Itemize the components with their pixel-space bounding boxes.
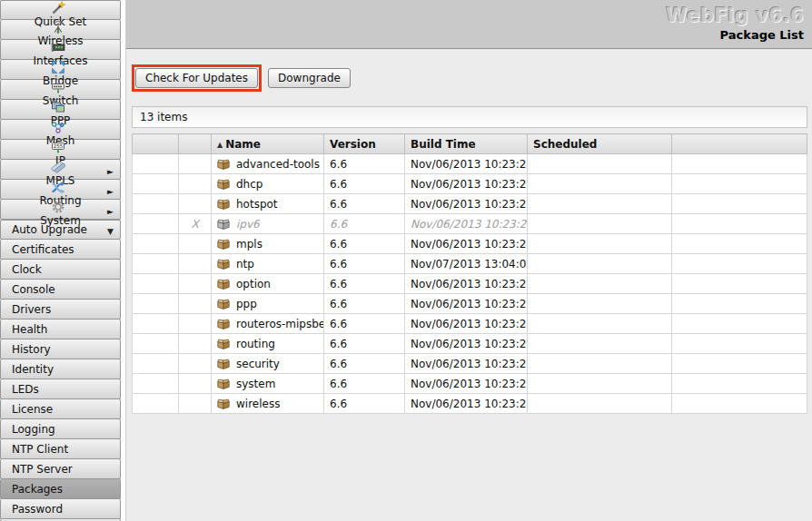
sidebar-item-ntp-server[interactable]: NTP Server — [0, 459, 121, 479]
disabled-flag-cell — [179, 394, 212, 414]
spacer-cell — [672, 314, 807, 334]
sidebar-item-certificates[interactable]: Certificates — [0, 240, 121, 260]
sidebar-item-label: Auto Upgrade — [12, 223, 87, 236]
column-header-name[interactable]: ▲Name — [212, 134, 324, 154]
package-row-security[interactable]: security6.6Nov/06/2013 10:23:28 — [133, 354, 807, 374]
sidebar-item-wireless[interactable]: Wireless — [0, 20, 121, 40]
page-title: Package List — [126, 28, 804, 42]
sidebar-item-console[interactable]: Console — [0, 280, 121, 300]
package-row-routeros-mipsbe[interactable]: routeros-mipsbe6.6Nov/06/2013 10:23:28 — [133, 314, 807, 334]
magic-wand-icon — [50, 1, 65, 15]
package-row-ntp[interactable]: ntp6.6Nov/07/2013 13:04:08 — [133, 254, 807, 274]
sidebar-item-password[interactable]: Password — [0, 499, 121, 519]
sidebar-item-label: Identity — [12, 363, 54, 376]
package-row-system[interactable]: system6.6Nov/06/2013 10:23:28 — [133, 374, 807, 394]
sidebar-item-logging[interactable]: Logging — [0, 419, 121, 439]
package-row-ppp[interactable]: ppp6.6Nov/06/2013 10:23:28 — [133, 294, 807, 314]
disabled-flag-cell — [179, 294, 212, 314]
package-row-advanced-tools[interactable]: advanced-tools6.6Nov/06/2013 10:23:28 — [133, 154, 807, 174]
package-icon — [217, 239, 230, 250]
sidebar-item-packages[interactable]: Packages — [0, 479, 121, 499]
package-name-cell: security — [212, 354, 324, 374]
column-header-scheduled[interactable]: Scheduled — [528, 134, 672, 154]
sidebar-item-label: Drivers — [12, 303, 51, 316]
sidebar-item-identity[interactable]: Identity — [0, 359, 121, 379]
antenna-icon — [50, 20, 65, 34]
sidebar-item-label: Password — [12, 503, 63, 516]
build-time-cell: Nov/06/2013 10:23:28 — [405, 174, 528, 194]
scheduled-cell — [528, 354, 672, 374]
build-time-cell: Nov/06/2013 10:23:28 — [405, 354, 528, 374]
downgrade-button[interactable]: Downgrade — [268, 68, 351, 88]
row-select-cell — [133, 234, 179, 254]
version-cell: 6.6 — [324, 154, 405, 174]
package-row-routing[interactable]: routing6.6Nov/06/2013 10:23:28 — [133, 334, 807, 354]
sidebar-item-auto-upgrade[interactable]: Auto Upgrade — [0, 220, 121, 240]
package-row-wireless[interactable]: wireless6.6Nov/06/2013 10:23:28 — [133, 394, 807, 414]
gear-icon — [50, 200, 65, 214]
main-panel: WebFig v6.6 Package List Check For Updat… — [126, 0, 812, 521]
sidebar-item-ip[interactable]: 255IP► — [0, 140, 121, 160]
sidebar-item-label: Certificates — [12, 243, 74, 256]
disabled-flag-cell — [179, 254, 212, 274]
sidebar-item-history[interactable]: History — [0, 339, 121, 359]
column-header-version[interactable]: Version — [324, 134, 405, 154]
package-row-hotspot[interactable]: hotspot6.6Nov/06/2013 10:23:28 — [133, 194, 807, 214]
sidebar-item-system[interactable]: System▼ — [0, 200, 121, 220]
row-select-cell — [133, 294, 179, 314]
sidebar-item-bridge[interactable]: Bridge — [0, 60, 121, 80]
sidebar-item-switch[interactable]: Switch — [0, 80, 121, 100]
scheduled-cell — [528, 214, 672, 234]
sidebar-item-label: Packages — [12, 483, 63, 496]
spacer-cell — [672, 234, 807, 254]
build-time-cell: Nov/06/2013 10:23:28 — [405, 294, 528, 314]
sidebar-main-menu: Quick SetWirelessInterfacesBridgeSwitchP… — [0, 0, 121, 220]
sidebar-item-health[interactable]: Health — [0, 319, 121, 339]
items-count-label: 13 items — [140, 111, 187, 123]
package-name: routeros-mipsbe — [236, 318, 324, 330]
package-icon — [217, 319, 230, 329]
disabled-flag-cell — [179, 234, 212, 254]
build-time-cell: Nov/06/2013 10:23:28 — [405, 334, 528, 354]
package-row-mpls[interactable]: mpls6.6Nov/06/2013 10:23:28 — [133, 234, 807, 254]
spacer-cell — [672, 334, 807, 354]
sidebar-item-label: Health — [12, 323, 47, 336]
sidebar-item-mpls[interactable]: MPLS► — [0, 160, 121, 180]
network-card-icon — [50, 40, 65, 54]
sidebar-item-clock[interactable]: Clock — [0, 260, 121, 280]
sort-ascending-icon: ▲ — [217, 141, 223, 149]
sidebar-item-ppp[interactable]: PPP — [0, 100, 121, 120]
package-name: option — [236, 278, 271, 290]
spacer-cell — [672, 154, 807, 174]
webfig-brand: WebFig v6.6 — [126, 5, 804, 26]
package-icon — [217, 259, 230, 270]
sidebar-item-leds[interactable]: LEDs — [0, 379, 121, 399]
sidebar-item-drivers[interactable]: Drivers — [0, 300, 121, 319]
sidebar-item-quick-set[interactable]: Quick Set — [0, 0, 121, 20]
package-row-dhcp[interactable]: dhcp6.6Nov/06/2013 10:23:28 — [133, 174, 807, 194]
version-cell: 6.6 — [324, 294, 405, 314]
toolbar: Check For Updates Downgrade — [132, 64, 807, 92]
sidebar-item-routing[interactable]: Routing► — [0, 180, 121, 200]
disabled-flag-cell — [179, 334, 212, 354]
ppp-monitor-icon — [50, 100, 65, 114]
package-row-option[interactable]: option6.6Nov/06/2013 10:23:28 — [133, 274, 807, 294]
sidebar-item-label: Logging — [12, 423, 55, 436]
build-time-cell: Nov/06/2013 10:23:28 — [405, 394, 528, 414]
sidebar-item-ntp-client[interactable]: NTP Client — [0, 439, 121, 459]
sidebar-item-mesh[interactable]: Mesh — [0, 120, 121, 140]
sidebar-item-label: NTP Server — [12, 463, 73, 476]
mesh-nodes-icon — [50, 120, 65, 134]
build-time-cell: Nov/06/2013 10:23:28 — [405, 154, 528, 174]
package-name-cell: wireless — [212, 394, 324, 414]
sidebar-item-interfaces[interactable]: Interfaces — [0, 40, 121, 60]
mpls-tags-icon — [50, 160, 65, 174]
check-for-updates-button[interactable]: Check For Updates — [135, 68, 258, 88]
package-row-ipv6[interactable]: Xipv66.6Nov/06/2013 10:23:28 — [133, 214, 807, 234]
package-icon — [217, 279, 230, 290]
sidebar-item-label: Console — [12, 283, 55, 296]
package-name: ntp — [236, 258, 254, 270]
sidebar-item-license[interactable]: License — [0, 399, 121, 419]
column-header-build-time[interactable]: Build Time — [405, 134, 528, 154]
build-time-cell: Nov/06/2013 10:23:28 — [405, 274, 528, 294]
